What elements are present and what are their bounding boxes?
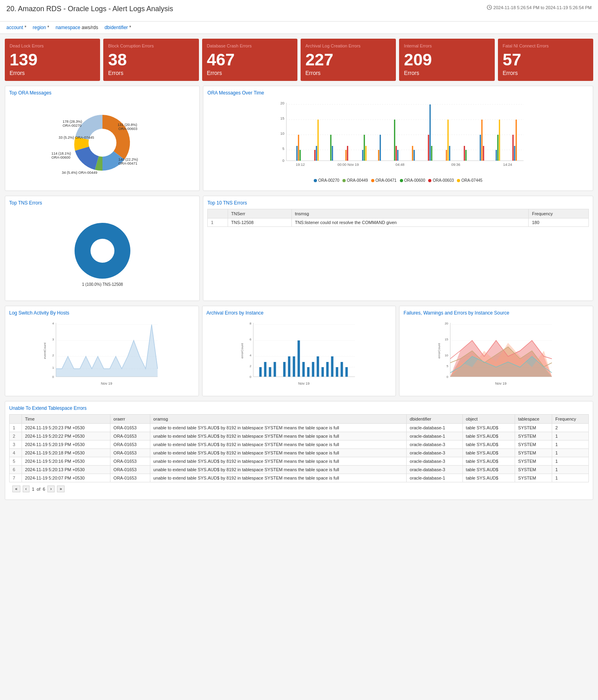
svg-text:5: 5 [283,147,285,151]
svg-text:Nov 19: Nov 19 [495,381,507,385]
last-page-button[interactable]: » [57,486,65,492]
svg-rect-53 [446,150,447,161]
table-row: 1 TNS-12508 TNS:listener could not resol… [208,218,589,227]
svg-text:140 (22.2%): 140 (22.2%) [118,157,138,161]
page-total: 6 [43,487,45,492]
svg-rect-107 [312,362,314,377]
filter-namespace[interactable]: namespace aws/rds [55,25,98,30]
svg-text:errorCount: errorCount [240,343,244,358]
svg-text:19:12: 19:12 [296,163,305,167]
svg-rect-58 [480,135,481,161]
svg-text:Nov 19: Nov 19 [101,381,112,385]
svg-rect-42 [366,146,367,161]
svg-rect-36 [330,135,332,161]
svg-rect-113 [340,362,343,377]
svg-rect-37 [332,146,333,161]
main-content: Dead Lock Errors 139 Errors Block Corrup… [0,34,598,509]
svg-point-68 [90,239,114,263]
svg-text:1: 1 [52,366,54,370]
svg-rect-101 [283,362,285,377]
tns-col-tnserr: TNSerr [228,209,291,218]
ora-time-legend: ORA-00270 ORA-00449 ORA-00471 ORA-00600 … [207,178,589,183]
log-switch-panel: Log Switch Activity By Hosts 4 3 2 1 0 e… [5,306,199,396]
error-card-dbcrash: Database Crash Errors 467 Errors [202,39,297,81]
svg-rect-59 [482,120,483,161]
time-range: 2024-11-18 5:26:54 PM to 2024-11-19 5:26… [487,5,592,10]
svg-rect-43 [378,150,380,161]
log-switch-title: Log Switch Activity By Hosts [9,310,195,316]
failures-chart: 20 15 10 5 0 errorCount Nov 19 [403,319,589,391]
svg-rect-38 [346,150,347,161]
col-num [10,415,22,424]
next-page-button[interactable]: › [47,486,54,492]
svg-text:0: 0 [52,375,54,379]
tns-col-tnsmsg: tnsmsg [291,209,529,218]
first-page-button[interactable]: « [12,486,20,492]
tablespace-table: Time oraerr oramsg dbidentifier object t… [9,414,589,482]
filter-bar: account * region * namespace aws/rds dbi… [0,22,598,34]
top-ora-title: Top ORA Messages [9,90,195,96]
svg-text:eventCount: eventCount [43,342,47,359]
error-cards-section: Dead Lock Errors 139 Errors Block Corrup… [5,39,593,81]
svg-rect-40 [362,150,364,161]
table-row: 1 2024-11-19 5:20:23 PM +0530 ORA-01653 … [10,424,589,432]
svg-rect-56 [464,146,465,161]
svg-rect-105 [302,362,305,377]
svg-point-3 [89,129,116,157]
svg-rect-111 [331,356,333,377]
svg-text:09:36: 09:36 [451,163,460,167]
top-tns-panel: Top TNS Errors 1 (100.0%) TNS-12508 [5,196,200,301]
svg-text:ORA-00600: ORA-00600 [51,155,71,159]
svg-rect-54 [448,120,449,161]
svg-rect-103 [293,356,295,377]
svg-rect-45 [394,120,395,161]
svg-rect-39 [347,146,348,161]
svg-text:34 (5.4%) ORA-00449: 34 (5.4%) ORA-00449 [62,171,97,175]
ora-time-chart: 20 15 10 5 0 19:12 00:00 Nov 19 04:48 09… [207,99,589,175]
svg-text:ORA-00603: ORA-00603 [118,127,138,131]
ora-over-time-panel: ORA Messages Over Time 20 15 10 5 0 19:1… [203,86,593,191]
svg-text:0: 0 [447,375,448,379]
svg-rect-52 [431,146,433,161]
col-tablespace: tablespace [515,415,552,424]
svg-rect-50 [428,135,429,161]
svg-rect-41 [364,135,365,161]
table-row: 5 2024-11-19 5:20:16 PM +0530 ORA-01653 … [10,457,589,466]
top10-tns-panel: Top 10 TNS Errors TNSerr tnsmsg Frequenc… [203,196,593,301]
svg-rect-57 [466,150,467,161]
svg-text:20: 20 [445,322,448,325]
svg-text:ORA-00471: ORA-00471 [118,161,138,165]
svg-rect-112 [336,367,338,377]
svg-text:6: 6 [250,338,252,341]
svg-rect-47 [397,150,399,161]
filter-dbidentifier[interactable]: dbidentifier * [104,25,131,30]
tns-col-freq: Frequency [529,209,589,218]
svg-text:4: 4 [52,322,54,325]
tns-errors-row: Top TNS Errors 1 (100.0%) TNS-12508 Top … [5,196,593,301]
svg-rect-51 [430,104,431,161]
svg-text:10: 10 [281,132,285,136]
filter-account[interactable]: account * [6,25,26,30]
svg-rect-60 [483,146,484,161]
svg-rect-106 [307,367,309,377]
svg-text:131 (20.8%): 131 (20.8%) [118,123,137,127]
ora-messages-row: Top ORA Messages [5,86,593,191]
charts-row: Log Switch Activity By Hosts 4 3 2 1 0 e… [5,306,593,396]
svg-rect-31 [298,135,299,161]
col-object: object [462,415,515,424]
svg-text:15: 15 [281,116,285,120]
svg-text:Nov 19: Nov 19 [298,381,310,385]
prev-page-button[interactable]: ‹ [23,486,30,492]
svg-text:2: 2 [250,364,252,368]
failures-warnings-title: Failures, Warnings and Errors by Instanc… [403,310,589,316]
tns-donut-chart: 1 (100.0%) TNS-12508 [63,211,142,295]
error-card-fatalNI: Fatal NI Connect Errors 57 Errors [498,39,593,81]
svg-text:114 (18.1%): 114 (18.1%) [51,151,71,155]
table-row: 3 2024-11-19 5:20:19 PM +0530 ORA-01653 … [10,440,589,449]
svg-rect-99 [269,367,271,377]
svg-rect-35 [318,120,319,161]
filter-region[interactable]: region * [33,25,49,30]
svg-text:15: 15 [445,338,448,341]
svg-text:178 (28.3%): 178 (28.3%) [63,120,82,124]
log-switch-chart: 4 3 2 1 0 eventCount Nov 19 [9,319,195,391]
